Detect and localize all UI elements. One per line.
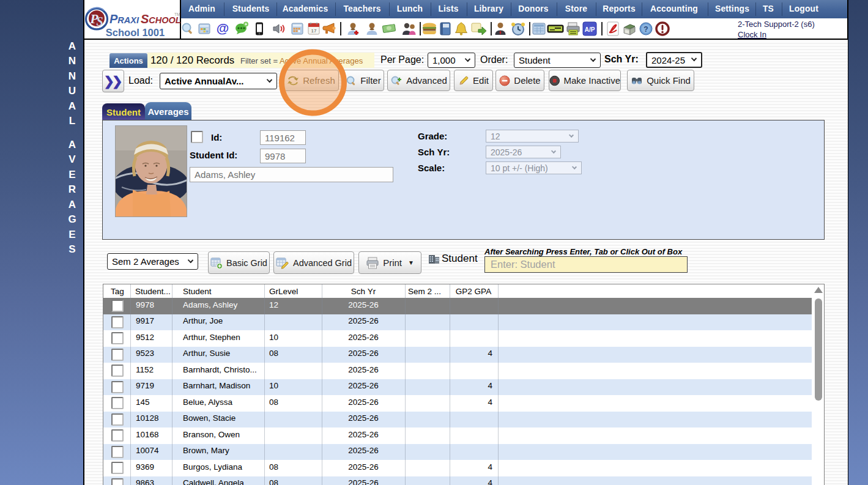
svg-text:A/P: A/P [585,26,595,33]
svg-text:@: @ [217,21,229,35]
svg-text:17: 17 [311,28,317,34]
svg-text:?: ? [644,25,648,34]
